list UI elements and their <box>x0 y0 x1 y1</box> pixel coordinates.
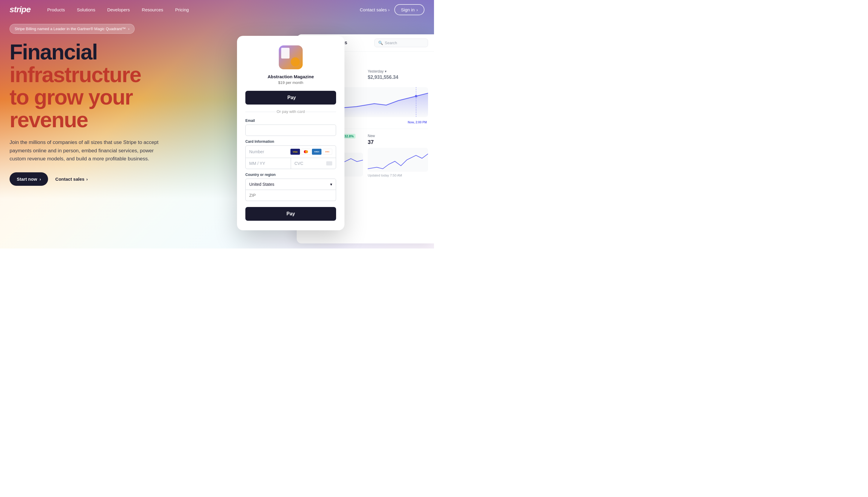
hero-subtitle: Join the millions of companies of all si… <box>10 138 165 163</box>
amex-icon: AMEX <box>312 149 322 155</box>
arrow-right-icon: › <box>86 176 88 182</box>
svg-point-1 <box>415 95 417 97</box>
update-text-2: Updated today 7:50 AM <box>368 173 428 177</box>
mastercard-icon <box>301 149 311 155</box>
new-metric: New 37 Updated today 7:50 AM <box>368 134 428 182</box>
hero-section: Financial infrastructure to grow your re… <box>0 34 203 186</box>
nav-right: Contact sales › Sign in › <box>360 4 424 15</box>
yesterday-metric: Yesterday ▾ $2,931,556.34 <box>368 69 428 83</box>
contact-sales-hero[interactable]: Contact sales › <box>55 176 88 182</box>
headline-word-revenue: revenue <box>10 108 88 132</box>
chevron-down-icon: ▾ <box>330 182 332 187</box>
dropdown-icon[interactable]: ▾ <box>385 69 386 73</box>
arrow-right-icon: › <box>416 7 418 12</box>
visa-icon: VISA <box>291 149 300 155</box>
card-cvc-row: CVC <box>291 158 336 169</box>
yesterday-value: $2,931,556.34 <box>368 75 428 80</box>
new-header: New <box>368 134 428 138</box>
card-number-placeholder: Number <box>249 150 291 154</box>
apple-pay-button[interactable]: Pay <box>245 91 336 104</box>
card-info-group: Number VISA AMEX DISC MM / YY CVC <box>245 145 336 169</box>
nav-products[interactable]: Products <box>42 5 70 15</box>
discover-icon: DISC <box>323 149 332 155</box>
start-now-button[interactable]: Start now › <box>10 172 48 186</box>
product-image <box>279 45 303 69</box>
card-info-label: Card Information <box>245 140 336 144</box>
email-input[interactable] <box>245 125 336 136</box>
card-number-row: Number VISA AMEX DISC <box>246 146 336 158</box>
sign-in-button[interactable]: Sign in › <box>394 4 424 15</box>
search-bar[interactable]: 🔍 Search <box>374 39 428 47</box>
new-mini-chart <box>368 148 428 172</box>
email-label: Email <box>245 118 336 123</box>
nav-developers[interactable]: Developers <box>102 5 135 15</box>
nav-resources[interactable]: Resources <box>137 5 168 15</box>
card-cvc-placeholder[interactable]: CVC <box>295 161 324 166</box>
product-name: Abstraction Magazine <box>245 74 336 79</box>
payment-form-card: Abstraction Magazine $19 per month Pay O… <box>237 36 344 230</box>
card-brand-icons: VISA AMEX DISC <box>291 149 332 155</box>
nav-pricing[interactable]: Pricing <box>171 5 194 15</box>
headline-word-financial: Financial <box>10 40 97 64</box>
headline-word-infrastructure: infrastructure <box>10 63 141 87</box>
country-label: Country or region <box>245 173 336 177</box>
country-select[interactable]: United States ▾ <box>245 179 336 190</box>
nav-links: Products Solutions Developers Resources … <box>42 5 360 15</box>
hero-headline: Financial infrastructure to grow your re… <box>10 41 193 131</box>
contact-sales-nav[interactable]: Contact sales › <box>360 7 389 12</box>
cvc-icon <box>326 161 332 166</box>
hero-actions: Start now › Contact sales › <box>10 172 193 186</box>
zip-input[interactable] <box>245 190 336 201</box>
product-price: $19 per month <box>245 80 336 85</box>
announcement-banner[interactable]: Stripe Billing named a Leader in the Gar… <box>10 24 135 34</box>
yesterday-header: Yesterday ▾ <box>368 69 428 73</box>
arrow-right-icon: › <box>40 176 41 182</box>
card-bottom-row: MM / YY CVC <box>246 158 336 169</box>
pay-divider: Or pay with card <box>245 109 336 114</box>
pay-button[interactable]: Pay <box>245 207 336 221</box>
stripe-logo[interactable]: stripe <box>10 5 30 14</box>
arrow-right-icon: › <box>388 7 389 12</box>
card-expiry[interactable]: MM / YY <box>246 158 291 169</box>
search-icon: 🔍 <box>378 41 383 45</box>
arrow-right-icon: › <box>128 27 129 31</box>
new-value: 37 <box>368 139 428 145</box>
navigation: stripe Products Solutions Developers Res… <box>0 0 434 19</box>
headline-line3: to grow your <box>10 85 133 109</box>
nav-solutions[interactable]: Solutions <box>72 5 100 15</box>
